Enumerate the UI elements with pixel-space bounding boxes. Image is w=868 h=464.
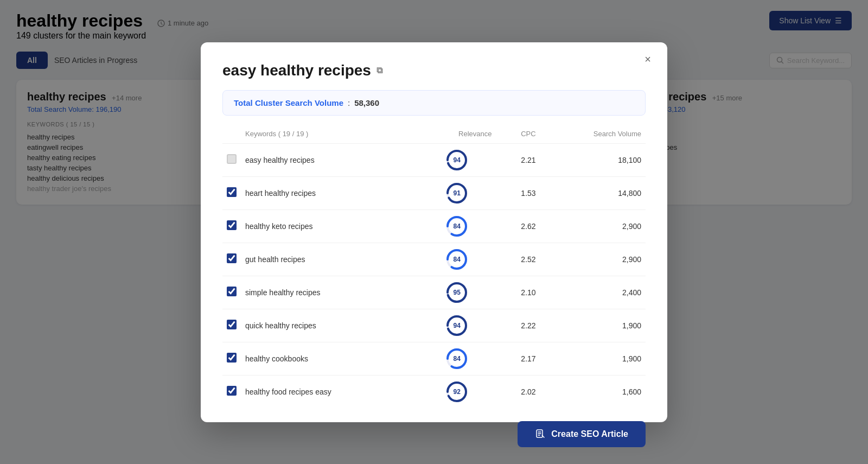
modal: × easy healthy recipes ⧉ Total Cluster S… <box>201 42 667 422</box>
keyword-checkbox[interactable] <box>227 386 237 396</box>
keyword-row: heart healthy recipes 91 1.53 14,800 <box>222 176 646 209</box>
relevance-cell: 84 <box>418 243 496 276</box>
checkbox-cell <box>222 243 241 276</box>
keyword-row: gut health recipes 84 2.52 2,900 <box>222 243 646 276</box>
volume-cell: 1,900 <box>540 309 646 342</box>
relevance-gauge: 91 <box>445 181 469 205</box>
keyword-name-cell: simple healthy recipes <box>241 276 418 309</box>
modal-title-row: easy healthy recipes ⧉ <box>222 62 646 79</box>
volume-cell: 2,900 <box>540 209 646 243</box>
relevance-gauge: 94 <box>445 148 469 172</box>
keyword-name-cell: healthy food recipes easy <box>241 375 418 408</box>
col-relevance: Relevance <box>418 126 496 144</box>
checkbox-cell <box>222 276 241 309</box>
volume-cell: 2,400 <box>540 276 646 309</box>
keyword-name-cell: healthy cookbooks <box>241 342 418 375</box>
volume-cell: 1,600 <box>540 375 646 408</box>
keyword-checkbox[interactable] <box>227 320 237 329</box>
cpc-cell: 1.53 <box>496 176 540 209</box>
article-icon <box>535 429 546 440</box>
col-keywords: Keywords ( 19 / 19 ) <box>241 126 418 144</box>
keyword-name: heart healthy recipes <box>245 189 413 198</box>
keyword-checkbox[interactable] <box>227 287 237 296</box>
relevance-gauge: 92 <box>445 380 469 404</box>
checkbox-cell <box>222 342 241 375</box>
cpc-cell: 2.22 <box>496 309 540 342</box>
total-volume-number: 58,360 <box>354 98 379 107</box>
close-icon: × <box>644 53 651 66</box>
relevance-cell: 94 <box>418 143 496 176</box>
modal-close-button[interactable]: × <box>639 51 656 68</box>
keyword-name: quick healthy recipes <box>245 321 413 330</box>
keyword-checkbox[interactable] <box>227 220 237 230</box>
relevance-gauge: 94 <box>445 314 469 338</box>
keyword-name: easy healthy recipes <box>245 156 413 164</box>
copy-icon[interactable]: ⧉ <box>376 66 382 75</box>
cpc-cell: 2.17 <box>496 342 540 375</box>
keyword-name: gut health recipes <box>245 255 413 264</box>
keyword-checkbox[interactable] <box>227 187 237 197</box>
checkbox-cell <box>222 375 241 408</box>
cpc-cell: 2.62 <box>496 209 540 243</box>
keyword-checkbox[interactable] <box>227 253 237 263</box>
volume-cell: 14,800 <box>540 176 646 209</box>
cpc-cell: 2.21 <box>496 143 540 176</box>
volume-cell: 1,900 <box>540 342 646 375</box>
volume-cell: 2,900 <box>540 243 646 276</box>
create-seo-button[interactable]: Create SEO Article <box>518 421 646 447</box>
checkbox-cell <box>222 176 241 209</box>
relevance-cell: 92 <box>418 375 496 408</box>
col-cpc: CPC <box>496 126 540 144</box>
checkbox-cell <box>222 209 241 243</box>
create-seo-label: Create SEO Article <box>551 429 628 439</box>
keyword-name: healthy cookbooks <box>245 354 413 363</box>
volume-bar: Total Cluster Search Volume : 58,360 <box>222 90 646 116</box>
volume-cell: 18,100 <box>540 143 646 176</box>
keyword-name-cell: gut health recipes <box>241 243 418 276</box>
keyword-name: healthy food recipes easy <box>245 387 413 396</box>
keyword-name-cell: healthy keto recipes <box>241 209 418 243</box>
relevance-cell: 91 <box>418 176 496 209</box>
relevance-cell: 84 <box>418 209 496 243</box>
keyword-row: simple healthy recipes 95 2.10 2,400 <box>222 276 646 309</box>
create-btn-area: Create SEO Article <box>222 421 646 447</box>
modal-overlay[interactable]: × easy healthy recipes ⧉ Total Cluster S… <box>0 0 868 464</box>
cpc-cell: 2.10 <box>496 276 540 309</box>
relevance-gauge: 95 <box>445 281 469 304</box>
relevance-cell: 94 <box>418 309 496 342</box>
keyword-name-cell: easy healthy recipes <box>241 143 418 176</box>
keyword-row: easy healthy recipes 94 2.21 18,100 <box>222 143 646 176</box>
keyword-name-cell: quick healthy recipes <box>241 309 418 342</box>
keyword-row: healthy keto recipes 84 2.62 2,900 <box>222 209 646 243</box>
cpc-cell: 2.52 <box>496 243 540 276</box>
keyword-name-cell: heart healthy recipes <box>241 176 418 209</box>
relevance-gauge: 84 <box>445 347 469 371</box>
keyword-row: healthy food recipes easy 92 2.02 1,600 <box>222 375 646 408</box>
keyword-checkbox-disabled <box>227 154 237 164</box>
relevance-cell: 84 <box>418 342 496 375</box>
keyword-name: healthy keto recipes <box>245 222 413 231</box>
checkbox-cell <box>222 143 241 176</box>
checkbox-cell <box>222 309 241 342</box>
keyword-row: quick healthy recipes 94 2.22 1,900 <box>222 309 646 342</box>
relevance-cell: 95 <box>418 276 496 309</box>
keyword-name: simple healthy recipes <box>245 288 413 297</box>
total-volume-label: Total Cluster Search Volume <box>234 98 343 107</box>
cpc-cell: 2.02 <box>496 375 540 408</box>
modal-title: easy healthy recipes <box>222 62 371 79</box>
relevance-gauge: 84 <box>445 214 469 238</box>
keywords-table: Keywords ( 19 / 19 ) Relevance CPC Searc… <box>222 126 646 408</box>
col-search-volume: Search Volume <box>540 126 646 144</box>
relevance-gauge: 84 <box>445 247 469 271</box>
volume-colon: : <box>348 98 350 107</box>
keyword-row: healthy cookbooks 84 2.17 1,900 <box>222 342 646 375</box>
keyword-checkbox[interactable] <box>227 353 237 363</box>
